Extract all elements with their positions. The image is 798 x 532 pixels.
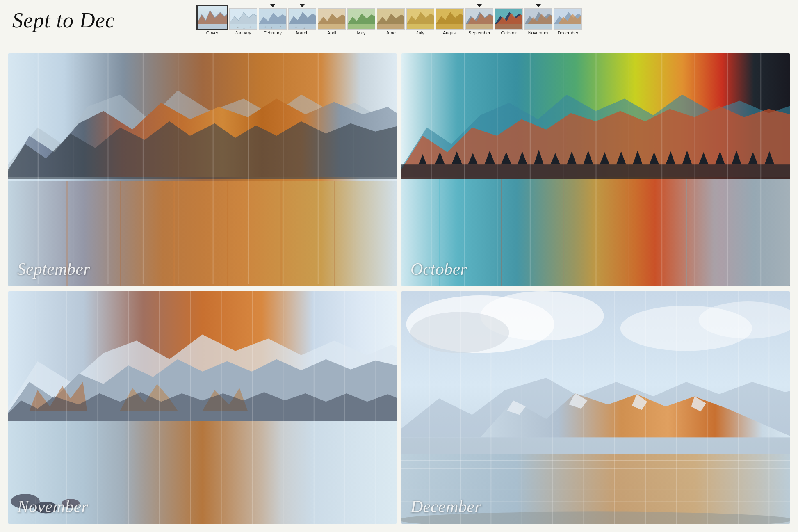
svg-rect-161 <box>460 291 461 524</box>
thumb-label-october: October <box>501 30 517 35</box>
arrow-november <box>536 4 541 7</box>
svg-rect-71 <box>283 53 283 284</box>
panel-september: September <box>8 53 397 286</box>
svg-rect-66 <box>107 53 108 284</box>
arrow-february <box>270 4 275 7</box>
svg-rect-65 <box>73 53 73 284</box>
october-label: October <box>410 259 467 279</box>
svg-rect-116 <box>760 53 761 286</box>
page-title: Sept to Dec <box>12 8 115 32</box>
svg-rect-132 <box>159 291 160 524</box>
svg-rect-105 <box>686 179 687 286</box>
thumb-february[interactable]: February <box>259 4 287 35</box>
svg-rect-30 <box>377 24 405 30</box>
svg-rect-102 <box>501 179 502 286</box>
svg-rect-137 <box>314 291 315 524</box>
svg-point-20 <box>296 27 297 28</box>
svg-point-143 <box>410 312 509 353</box>
thumb-december[interactable]: December <box>554 8 582 35</box>
svg-rect-163 <box>522 291 522 524</box>
thumb-label-november: November <box>528 30 549 35</box>
svg-rect-64 <box>38 53 39 284</box>
svg-point-14 <box>265 27 266 28</box>
svg-rect-133 <box>190 291 191 524</box>
thumb-september[interactable]: September <box>465 4 493 35</box>
thumb-label-may: May <box>357 30 366 35</box>
thumb-cover[interactable]: Cover <box>197 5 228 35</box>
svg-rect-33 <box>407 24 434 30</box>
svg-rect-48 <box>525 24 552 30</box>
svg-rect-160 <box>429 291 430 524</box>
svg-rect-72 <box>318 53 319 284</box>
svg-rect-44 <box>495 24 523 30</box>
svg-rect-40 <box>466 24 493 30</box>
thumb-label-april: April <box>327 30 336 35</box>
svg-rect-170 <box>738 291 739 524</box>
svg-rect-67 <box>143 53 144 284</box>
svg-rect-61 <box>227 181 228 286</box>
thumb-label-august: August <box>443 30 457 35</box>
thumb-may[interactable]: May <box>347 8 375 35</box>
arrow-march <box>300 4 305 7</box>
svg-rect-27 <box>348 24 375 30</box>
svg-rect-138 <box>344 291 345 524</box>
thumb-label-march: March <box>296 30 309 35</box>
svg-rect-36 <box>436 24 464 30</box>
svg-rect-73 <box>353 53 353 284</box>
svg-rect-59 <box>120 181 121 286</box>
svg-rect-171 <box>768 291 769 524</box>
thumb-label-june: June <box>386 30 396 35</box>
svg-rect-113 <box>661 53 662 286</box>
thumb-june[interactable]: June <box>377 8 405 35</box>
thumbnail-strip: Cover January <box>197 4 582 35</box>
svg-rect-60 <box>173 181 175 286</box>
svg-point-15 <box>271 27 272 29</box>
panel-december: December <box>401 291 790 524</box>
svg-rect-107 <box>464 53 465 286</box>
svg-rect-167 <box>645 291 646 524</box>
thumb-label-december: December <box>558 30 579 35</box>
svg-rect-162 <box>490 291 491 524</box>
thumb-label-september: September <box>468 30 490 35</box>
svg-rect-63 <box>334 181 335 286</box>
december-label: December <box>410 497 481 516</box>
thumb-january[interactable]: January <box>229 8 257 35</box>
thumb-label-january: January <box>235 30 251 35</box>
thumb-april[interactable]: April <box>318 8 346 35</box>
thumb-october[interactable]: October <box>495 8 523 35</box>
svg-rect-114 <box>695 53 695 286</box>
svg-rect-134 <box>221 291 222 524</box>
panel-november: November <box>8 291 397 524</box>
thumb-label-july: July <box>416 30 424 35</box>
svg-point-9 <box>244 28 245 29</box>
svg-rect-69 <box>213 53 214 284</box>
svg-rect-110 <box>563 53 563 286</box>
svg-rect-131 <box>128 291 129 524</box>
thumb-july[interactable]: July <box>406 8 434 35</box>
svg-rect-13 <box>259 24 287 30</box>
thumb-august[interactable]: August <box>436 8 464 35</box>
svg-rect-168 <box>676 291 677 524</box>
september-label: September <box>17 259 90 279</box>
svg-point-16 <box>280 26 281 27</box>
svg-rect-128 <box>36 291 36 524</box>
svg-rect-109 <box>530 53 531 286</box>
thumb-november[interactable]: November <box>524 4 552 35</box>
svg-rect-7 <box>230 24 257 30</box>
november-label: November <box>17 497 88 516</box>
svg-rect-169 <box>707 291 708 524</box>
svg-point-21 <box>304 28 305 29</box>
svg-rect-135 <box>252 291 253 524</box>
svg-rect-111 <box>596 53 597 286</box>
svg-rect-139 <box>375 291 376 524</box>
svg-rect-24 <box>318 24 346 30</box>
svg-rect-52 <box>554 24 582 30</box>
svg-point-8 <box>237 27 239 28</box>
svg-rect-165 <box>583 291 584 524</box>
svg-rect-166 <box>614 291 615 524</box>
thumb-march[interactable]: March <box>288 4 316 35</box>
arrow-september <box>477 4 482 7</box>
svg-rect-136 <box>283 291 283 524</box>
svg-rect-108 <box>497 53 497 286</box>
svg-point-10 <box>250 27 251 28</box>
